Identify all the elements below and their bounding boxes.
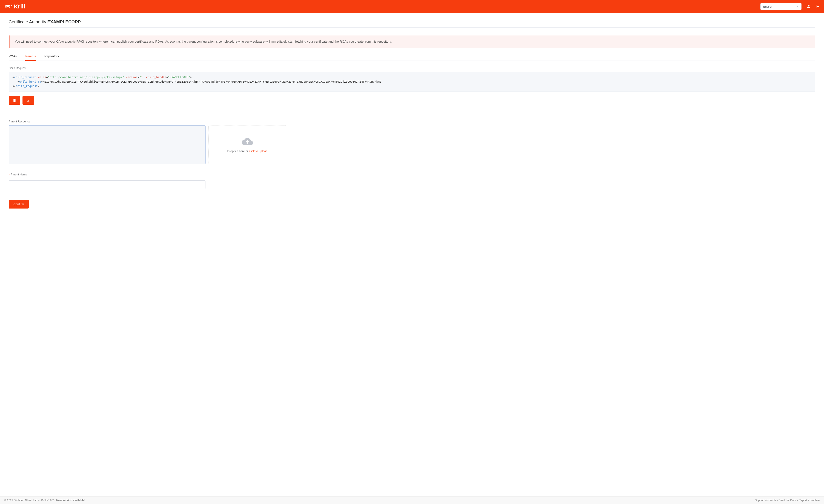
alert-text: You will need to connect your CA to a pu…	[15, 40, 392, 43]
download-icon	[27, 99, 30, 102]
chevron-down-icon	[796, 5, 799, 8]
parent-response-label: Parent Response	[9, 120, 815, 123]
repository-alert: You will need to connect your CA to a pu…	[9, 35, 815, 48]
parent-name-input[interactable]	[9, 180, 205, 189]
parent-name-label: *Parent Name	[9, 173, 815, 176]
dropzone-text: Drop file here or click to upload	[227, 149, 268, 153]
logout-icon[interactable]	[816, 5, 820, 8]
page-body: Certificate Authority EXAMPLECORP You wi…	[0, 13, 824, 226]
dropzone-link[interactable]: click to upload	[249, 149, 268, 153]
tab-roas[interactable]: ROAs	[9, 55, 17, 61]
brand-text: Krill	[14, 3, 25, 10]
parent-response-dropzone[interactable]: Drop file here or click to upload	[208, 125, 286, 164]
page-title: Certificate Authority EXAMPLECORP	[9, 19, 815, 24]
tabs: ROAs Parents Repository	[9, 55, 815, 61]
download-button[interactable]	[22, 96, 34, 105]
child-request-xml: <child_request xmlns="http://www.hactrn.…	[9, 72, 815, 92]
confirm-button[interactable]: Confirm	[9, 200, 29, 208]
language-selected-value: English	[763, 5, 772, 8]
clipboard-icon	[13, 99, 16, 102]
child-request-label: Child Request	[9, 67, 815, 70]
child-request-actions	[9, 96, 815, 105]
ca-name: EXAMPLECORP	[47, 19, 81, 24]
tab-repository[interactable]: Repository	[44, 55, 59, 61]
app-header: Krill English	[0, 0, 824, 13]
tab-parents[interactable]: Parents	[25, 55, 36, 61]
krill-shrimp-icon	[4, 4, 12, 9]
language-select[interactable]: English	[760, 3, 802, 10]
logo: Krill	[4, 3, 25, 10]
parent-response-textarea[interactable]	[9, 125, 205, 164]
upload-cloud-icon	[241, 137, 253, 146]
user-icon[interactable]	[807, 5, 811, 8]
copy-button[interactable]	[9, 96, 20, 105]
title-divider	[9, 27, 815, 28]
ca-label: Certificate Authority	[9, 19, 46, 24]
